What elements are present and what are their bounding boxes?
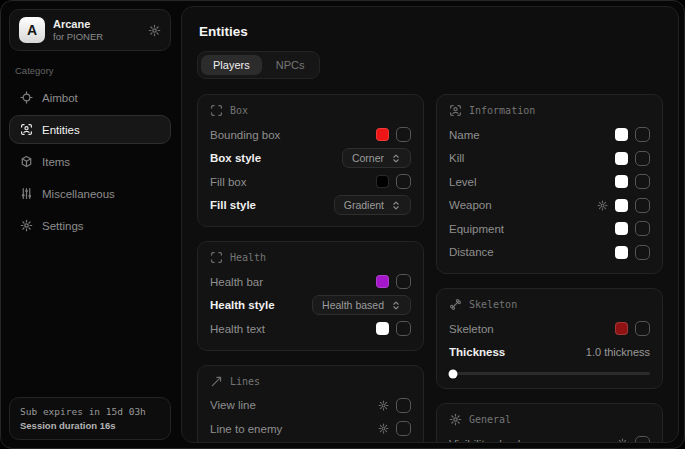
row-health-text: Health text [210,318,411,340]
dropdown-value: Health based [322,299,384,311]
option-label: Box style [210,152,335,164]
section-title: Box [230,105,248,116]
section-lines: LinesView lineLine to enemy [197,365,424,444]
option-label: Health text [210,323,369,335]
color-swatch[interactable] [376,275,389,288]
sidebar: A Arcane for PIONER Category AimbotEntit… [1,1,179,448]
checkbox[interactable] [635,245,650,260]
option-label: Thickness [449,346,579,358]
checkbox[interactable] [635,174,650,189]
section-header: Lines [210,375,411,388]
sub-expiry-text: Sub expires in 15d 03h [20,406,160,417]
section-title: Information [469,105,535,116]
section-information: InformationNameKillLevelWeaponEquipmentD… [436,94,663,274]
color-swatch[interactable] [376,175,389,188]
section-box: BoxBounding boxBox styleCornerFill boxFi… [197,94,424,227]
color-swatch[interactable] [376,322,389,335]
row-equipment: Equipment [449,218,650,240]
tab-npcs[interactable]: NPCs [264,55,317,75]
column-right: InformationNameKillLevelWeaponEquipmentD… [436,94,663,443]
color-swatch[interactable] [615,128,628,141]
checkbox[interactable] [635,321,650,336]
option-label: Bounding box [210,129,369,141]
section-title: Lines [230,376,260,387]
gear-icon [449,413,462,426]
bone-icon [449,298,462,311]
checkbox[interactable] [396,421,411,436]
tab-bar: PlayersNPCs [197,51,320,79]
color-swatch[interactable] [615,175,628,188]
option-label: Level [449,176,608,188]
sidebar-item-items[interactable]: Items [9,147,171,176]
sidebar-item-aimbot[interactable]: Aimbot [9,83,171,112]
row-skeleton: Skeleton [449,318,650,340]
category-label: Category [15,65,165,76]
checkbox[interactable] [396,127,411,142]
main-panel: Entities PlayersNPCs BoxBounding boxBox … [181,6,679,443]
checkbox[interactable] [635,221,650,236]
row-name: Name [449,124,650,146]
color-swatch[interactable] [615,199,628,212]
subscription-card: Sub expires in 15d 03h Session duration … [9,397,171,440]
row-thickness: Thickness1.0 thickness [449,342,650,364]
dropdown-box-style[interactable]: Corner [342,148,411,168]
unfold-icon [391,153,401,164]
color-swatch[interactable] [615,322,628,335]
row-kill: Kill [449,148,650,170]
sidebar-item-entities[interactable]: Entities [9,115,171,144]
frame-icon [210,104,223,117]
dropdown-health-style[interactable]: Health based [312,295,411,315]
row-visibility-check: Visibility check [449,433,650,443]
sidebar-item-label: Entities [42,124,80,136]
sidebar-nav: AimbotEntitiesItemsMiscellaneousSettings [9,83,171,240]
app-title: Arcane [53,18,103,30]
row-weapon: Weapon [449,195,650,217]
tab-players[interactable]: Players [201,55,262,75]
section-header: General [449,413,650,426]
section-general: GeneralVisibility checkMax distance500m [436,403,663,443]
section-title: Skeleton [469,299,517,310]
checkbox[interactable] [396,398,411,413]
gear-icon[interactable] [617,438,628,443]
person-scan-icon [449,104,462,117]
row-bounding-box: Bounding box [210,124,411,146]
gear-icon[interactable] [148,24,161,37]
unfold-icon [391,300,401,311]
sliders-icon [20,187,33,200]
option-label: Fill style [210,199,327,211]
option-label: Health bar [210,276,369,288]
gear-icon[interactable] [378,423,389,434]
checkbox[interactable] [635,151,650,166]
color-swatch[interactable] [615,246,628,259]
dropdown-fill-style[interactable]: Gradient [334,195,411,215]
row-fill-style: Fill styleGradient [210,195,411,217]
color-swatch[interactable] [615,152,628,165]
checkbox[interactable] [635,198,650,213]
slider-thickness[interactable] [449,372,650,375]
gear-icon[interactable] [597,200,608,211]
sidebar-item-settings[interactable]: Settings [9,211,171,240]
section-title: Health [230,252,266,263]
row-level: Level [449,171,650,193]
gear-icon[interactable] [378,400,389,411]
color-swatch[interactable] [615,222,628,235]
row-line-to-enemy: Line to enemy [210,418,411,440]
dropdown-value: Corner [352,152,384,164]
section-header: Box [210,104,411,117]
color-swatch[interactable] [376,128,389,141]
section-health: HealthHealth barHealth styleHealth based… [197,241,424,351]
slider-handle[interactable] [449,369,458,378]
sidebar-item-miscellaneous[interactable]: Miscellaneous [9,179,171,208]
checkbox[interactable] [396,321,411,336]
checkbox[interactable] [635,436,650,443]
checkbox[interactable] [396,274,411,289]
row-distance: Distance [449,242,650,264]
app-logo: A [19,17,45,43]
checkbox[interactable] [396,174,411,189]
section-skeleton: SkeletonSkeletonThickness1.0 thickness [436,288,663,389]
unfold-icon [391,200,401,211]
gear-icon [20,219,33,232]
checkbox[interactable] [635,127,650,142]
option-label: Health style [210,299,305,311]
sidebar-item-label: Items [42,156,70,168]
